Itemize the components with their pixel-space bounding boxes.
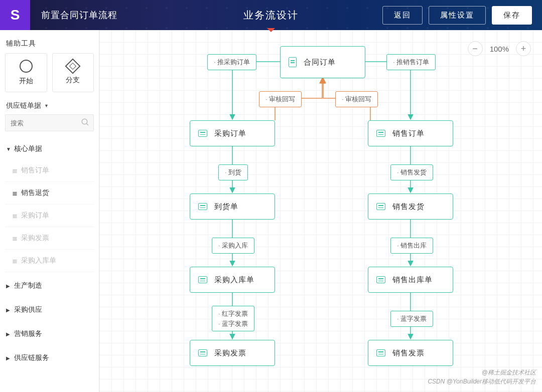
tree-group: ▶生产制造 xyxy=(5,275,94,296)
tool-start[interactable]: 开始 xyxy=(5,53,47,92)
tree-item[interactable]: ≣采购发票 xyxy=(5,227,94,250)
tree-group: ▶供应链服务 xyxy=(5,347,94,368)
tree-group-label: 采购供应 xyxy=(14,305,42,314)
tree-item-label: 采购订单 xyxy=(21,211,49,220)
edge-label-push-sales[interactable]: 推销售订单 xyxy=(386,54,436,70)
zoom-value: 100% xyxy=(490,45,509,53)
node-label: 销售订单 xyxy=(392,129,425,138)
tree-item[interactable]: ≣采购订单 xyxy=(5,205,94,227)
tree-group: ▶营销服务 xyxy=(5,323,94,344)
diamond-icon xyxy=(65,58,81,74)
edge-label-purchase-inbound[interactable]: 采购入库 xyxy=(212,238,254,254)
tool-branch[interactable]: 分支 xyxy=(52,53,94,92)
chevron-right-icon: ▶ xyxy=(6,307,11,313)
list-icon xyxy=(376,130,385,137)
canvas[interactable]: − 100% + xyxy=(99,30,542,392)
list-icon xyxy=(376,349,385,356)
tree-group-label: 生产制造 xyxy=(14,281,42,290)
edge-label-audit-writeback-left[interactable]: 审核回写 xyxy=(259,91,302,107)
tool-start-label: 开始 xyxy=(19,77,33,86)
tree-group-label: 营销服务 xyxy=(14,329,42,338)
zoom-in-button[interactable]: + xyxy=(516,41,531,56)
edge-label-invoice-red-blue[interactable]: 红字发票 蓝字发票 xyxy=(212,306,254,331)
supply-chain-dropdown[interactable]: 供应链单据 xyxy=(6,101,94,110)
edge-label-push-purchase[interactable]: 推采购订单 xyxy=(207,54,256,70)
node-purchase-inbound[interactable]: 采购入库单 xyxy=(190,267,275,293)
chevron-down-icon: ▼ xyxy=(6,146,11,152)
node-label: 到货单 xyxy=(214,202,238,212)
node-sales-shipment[interactable]: 销售发货 xyxy=(368,193,453,220)
document-icon xyxy=(289,57,297,67)
tree-group-label: 核心单据 xyxy=(14,144,42,153)
list-icon: ≣ xyxy=(12,167,16,174)
app-logo: S xyxy=(0,0,30,30)
header-actions: 返回 属性设置 保存 xyxy=(382,6,532,25)
list-icon xyxy=(198,203,207,210)
node-label: 采购订单 xyxy=(214,129,246,138)
back-button[interactable]: 返回 xyxy=(382,6,423,25)
tree-item-label: 销售退货 xyxy=(21,188,49,198)
tree-group-header[interactable]: ▶供应链服务 xyxy=(5,347,94,368)
list-icon: ≣ xyxy=(12,235,16,242)
tree-item-label: 采购入库单 xyxy=(21,256,56,265)
node-purchase-invoice[interactable]: 采购发票 xyxy=(190,340,275,366)
edge-label-sales-ship[interactable]: 销售发货 xyxy=(390,164,433,180)
tool-branch-label: 分支 xyxy=(66,76,80,85)
edge-label-arrival[interactable]: 到货 xyxy=(218,164,248,180)
list-icon: ≣ xyxy=(12,257,16,265)
node-label: 合同订单 xyxy=(304,58,336,67)
node-label: 销售发货 xyxy=(392,202,425,212)
node-sales-order[interactable]: 销售订单 xyxy=(368,120,453,146)
sidebar: 辅助工具 开始 分支 供应链单据 ▼核心单据≣销售订单≣销售退货≣采购订单≣采购… xyxy=(0,30,99,392)
tools-heading: 辅助工具 xyxy=(6,39,94,48)
connectors xyxy=(99,30,542,392)
chevron-right-icon: ▶ xyxy=(6,355,11,361)
tree-item-label: 销售订单 xyxy=(21,166,49,175)
search-icon xyxy=(81,118,90,129)
node-label: 采购入库单 xyxy=(214,275,254,285)
tree-item[interactable]: ≣销售订单 xyxy=(5,159,94,182)
zoom-controls: − 100% + xyxy=(468,41,531,56)
node-sales-invoice[interactable]: 销售发票 xyxy=(368,340,453,366)
tree-group-label: 供应链服务 xyxy=(14,353,49,362)
sidebar-tree: ▼核心单据≣销售订单≣销售退货≣采购订单≣采购发票≣采购入库单▶生产制造▶采购供… xyxy=(5,138,94,371)
node-purchase-order[interactable]: 采购订单 xyxy=(190,120,275,146)
edge-label-sales-outbound[interactable]: 销售出库 xyxy=(390,238,433,254)
tree-group-header[interactable]: ▶采购供应 xyxy=(5,299,94,320)
node-sales-outbound[interactable]: 销售出库单 xyxy=(368,267,453,293)
center-marker-icon xyxy=(267,28,275,32)
process-title: 前置合同订单流程 xyxy=(41,9,117,21)
svg-line-1 xyxy=(86,123,88,125)
save-button[interactable]: 保存 xyxy=(492,6,532,25)
node-label: 采购发票 xyxy=(214,348,246,358)
tree-group: ▶采购供应 xyxy=(5,299,94,320)
tree-group-header[interactable]: ▼核心单据 xyxy=(5,138,94,159)
tree-item-label: 采购发票 xyxy=(21,234,49,243)
tree-group-header[interactable]: ▶营销服务 xyxy=(5,323,94,344)
list-icon xyxy=(376,203,385,210)
list-icon xyxy=(376,276,385,283)
app-header: S 前置合同订单流程 业务流设计 返回 属性设置 保存 xyxy=(0,0,542,30)
node-arrival[interactable]: 到货单 xyxy=(190,193,275,220)
list-icon xyxy=(198,130,207,137)
circle-icon xyxy=(20,60,33,73)
svg-point-0 xyxy=(82,119,87,124)
node-contract-order[interactable]: 合同订单 xyxy=(280,46,365,78)
edge-label-blue-invoice[interactable]: 蓝字发票 xyxy=(390,311,433,327)
supply-chain-dropdown-label: 供应链单据 xyxy=(6,101,41,110)
search-wrap xyxy=(5,114,94,131)
tree-item[interactable]: ≣采购入库单 xyxy=(5,250,94,272)
chevron-right-icon: ▶ xyxy=(6,283,11,289)
chevron-right-icon: ▶ xyxy=(6,331,11,337)
edge-label-audit-writeback-right[interactable]: 审核回写 xyxy=(335,91,378,107)
properties-button[interactable]: 属性设置 xyxy=(429,6,486,25)
list-icon: ≣ xyxy=(12,212,16,220)
flow-stage: 合同订单 推采购订单 推销售订单 审核回写 审核回写 采购订单 到货 到货单 采… xyxy=(99,30,542,392)
tree-group-header[interactable]: ▶生产制造 xyxy=(5,275,94,296)
node-label: 销售出库单 xyxy=(392,275,433,285)
tree-item[interactable]: ≣销售退货 xyxy=(5,182,94,205)
tree-group: ▼核心单据≣销售订单≣销售退货≣采购订单≣采购发票≣采购入库单 xyxy=(5,138,94,272)
list-icon xyxy=(198,276,207,283)
zoom-out-button[interactable]: − xyxy=(468,41,483,56)
node-label: 销售发票 xyxy=(392,348,425,358)
